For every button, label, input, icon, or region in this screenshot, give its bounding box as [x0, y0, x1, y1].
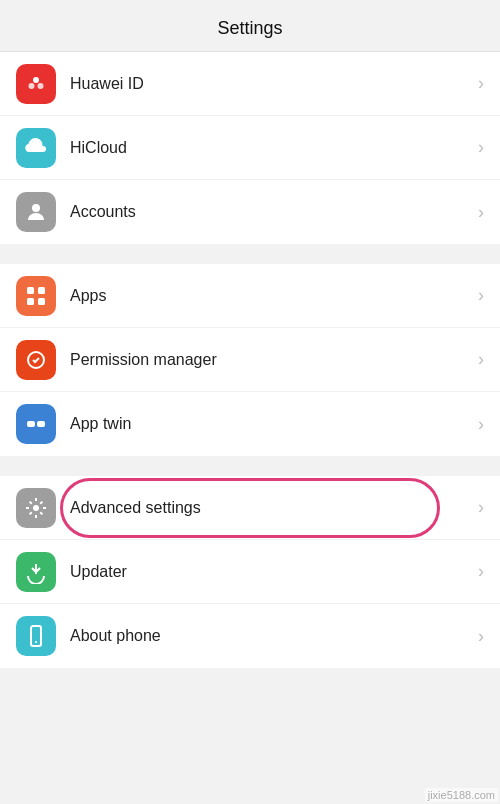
- apps-label: Apps: [70, 287, 470, 305]
- svg-rect-6: [27, 298, 34, 305]
- updater-chevron: ›: [478, 561, 484, 582]
- about-phone-chevron: ›: [478, 626, 484, 647]
- row-accounts[interactable]: Accounts ›: [0, 180, 500, 244]
- accounts-icon-svg: [24, 200, 48, 224]
- svg-rect-5: [38, 287, 45, 294]
- divider-2: [0, 466, 500, 476]
- permission-chevron: ›: [478, 349, 484, 370]
- advanced-settings-chevron: ›: [478, 497, 484, 518]
- apps-chevron: ›: [478, 285, 484, 306]
- aboutphone-icon: [16, 616, 56, 656]
- advanced-settings-label: Advanced settings: [70, 499, 470, 517]
- app-twin-label: App twin: [70, 415, 470, 433]
- huawei-id-icon: [16, 64, 56, 104]
- permission-icon: [16, 340, 56, 380]
- svg-point-1: [38, 83, 44, 89]
- hicloud-label: HiCloud: [70, 139, 470, 157]
- permission-label: Permission manager: [70, 351, 470, 369]
- huawei-id-chevron: ›: [478, 73, 484, 94]
- apptwin-icon-svg: [24, 412, 48, 436]
- svg-point-0: [33, 77, 39, 83]
- advanced-icon-svg: [24, 496, 48, 520]
- row-hicloud[interactable]: HiCloud ›: [0, 116, 500, 180]
- advanced-settings-wrapper: Advanced settings ›: [0, 476, 500, 540]
- section-apps: Apps › Permission manager › App twin ›: [0, 264, 500, 456]
- row-apps[interactable]: Apps ›: [0, 264, 500, 328]
- accounts-icon: [16, 192, 56, 232]
- watermark: jixie5188.com: [425, 788, 498, 802]
- accounts-chevron: ›: [478, 202, 484, 223]
- app-twin-chevron: ›: [478, 414, 484, 435]
- hicloud-icon-svg: [24, 136, 48, 160]
- section-account: Huawei ID › HiCloud › Accounts ›: [0, 52, 500, 244]
- hicloud-chevron: ›: [478, 137, 484, 158]
- svg-rect-7: [38, 298, 45, 305]
- permission-icon-svg: [24, 348, 48, 372]
- hicloud-icon: [16, 128, 56, 168]
- row-about-phone[interactable]: About phone ›: [0, 604, 500, 668]
- advanced-icon: [16, 488, 56, 528]
- svg-rect-4: [27, 287, 34, 294]
- apps-icon-svg: [24, 284, 48, 308]
- svg-point-13: [35, 641, 37, 643]
- page-title-bar: Settings: [0, 0, 500, 52]
- row-permission-manager[interactable]: Permission manager ›: [0, 328, 500, 392]
- accounts-label: Accounts: [70, 203, 470, 221]
- apps-icon: [16, 276, 56, 316]
- aboutphone-icon-svg: [24, 624, 48, 648]
- row-app-twin[interactable]: App twin ›: [0, 392, 500, 456]
- section-system: Advanced settings › Updater › About phon…: [0, 476, 500, 668]
- apptwin-icon: [16, 404, 56, 444]
- updater-icon: [16, 552, 56, 592]
- svg-point-3: [32, 204, 40, 212]
- page-title: Settings: [217, 18, 282, 38]
- about-phone-label: About phone: [70, 627, 470, 645]
- huawei-icon-svg: [24, 72, 48, 96]
- divider-1: [0, 254, 500, 264]
- huawei-id-label: Huawei ID: [70, 75, 470, 93]
- row-advanced-settings[interactable]: Advanced settings ›: [0, 476, 500, 540]
- updater-label: Updater: [70, 563, 470, 581]
- row-huawei-id[interactable]: Huawei ID ›: [0, 52, 500, 116]
- svg-point-2: [29, 83, 35, 89]
- svg-rect-10: [37, 421, 45, 427]
- row-updater[interactable]: Updater ›: [0, 540, 500, 604]
- svg-rect-9: [27, 421, 35, 427]
- updater-icon-svg: [24, 560, 48, 584]
- svg-point-11: [33, 505, 39, 511]
